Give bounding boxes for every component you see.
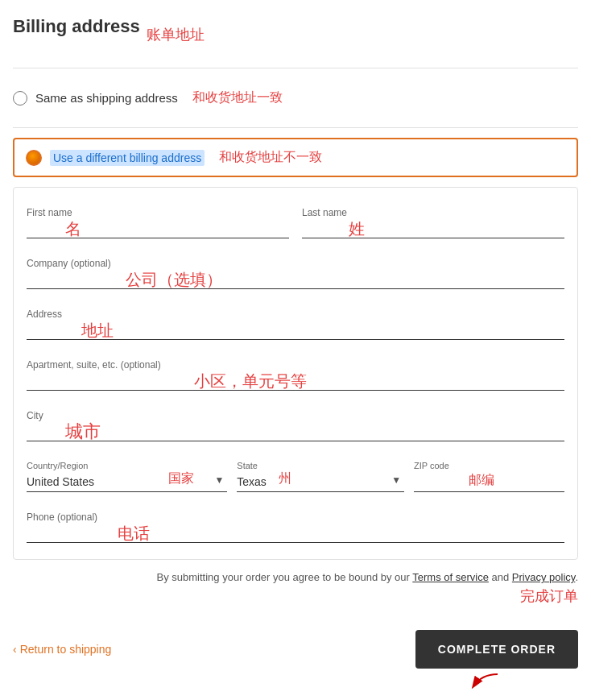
zip-field: ZIP code 邮编 xyxy=(414,458,564,492)
address-row: Address 地址 xyxy=(27,305,564,340)
country-state-zip-row: Country/Region United States Canada Unit… xyxy=(27,458,564,492)
return-chevron-icon: ‹ xyxy=(13,643,17,656)
country-select[interactable]: United States Canada United Kingdom xyxy=(27,458,227,492)
same-shipping-label: Same as shipping address xyxy=(35,91,178,105)
complete-chinese: 完成订单 xyxy=(520,588,578,604)
first-name-chinese: 名 xyxy=(65,218,81,240)
country-field: Country/Region United States Canada Unit… xyxy=(27,458,227,492)
page-title: Billing address xyxy=(13,16,140,37)
last-name-field: Last name 姓 xyxy=(302,204,564,238)
state-field: State Texas California New York Florida … xyxy=(237,458,404,492)
same-shipping-radio[interactable] xyxy=(13,91,27,106)
company-label: Company (optional) xyxy=(27,258,111,269)
city-label: City xyxy=(27,410,43,421)
return-to-shipping-label: Return to shipping xyxy=(20,643,112,656)
terms-link[interactable]: Terms of service xyxy=(412,571,489,583)
country-select-wrapper: United States Canada United Kingdom ▼ xyxy=(27,458,227,492)
same-as-shipping-option[interactable]: Same as shipping address 和收货地址一致 xyxy=(13,78,578,118)
different-billing-chinese: 和收货地址不一致 xyxy=(219,149,322,166)
company-chinese: 公司（选填） xyxy=(126,269,222,291)
radio-selected-dot xyxy=(26,150,42,166)
company-row: Company (optional) 公司（选填） xyxy=(27,255,564,289)
arrow-annotation xyxy=(465,670,514,694)
name-row: First name 名 Last name 姓 xyxy=(27,204,564,238)
phone-chinese: 电话 xyxy=(118,523,150,545)
address-label: Address xyxy=(27,309,62,320)
zip-label: ZIP code xyxy=(414,461,449,470)
apartment-chinese: 小区，单元号等 xyxy=(194,371,307,392)
privacy-link[interactable]: Privacy policy xyxy=(512,571,576,583)
city-row: City 城市 xyxy=(27,407,564,441)
city-chinese: 城市 xyxy=(65,420,101,444)
terms-and: and xyxy=(492,571,512,583)
apartment-label: Apartment, suite, etc. (optional) xyxy=(27,359,161,371)
apartment-field: Apartment, suite, etc. (optional) 小区，单元号… xyxy=(27,356,564,391)
address-field: Address 地址 xyxy=(27,305,564,340)
same-shipping-chinese: 和收货地址一致 xyxy=(192,89,283,106)
terms-period: . xyxy=(575,571,578,583)
page-title-chinese: 账单地址 xyxy=(147,25,205,44)
address-chinese: 地址 xyxy=(81,320,114,342)
divider-middle xyxy=(13,127,578,128)
first-name-field: First name 名 xyxy=(27,204,289,238)
return-to-shipping-link[interactable]: ‹ Return to shipping xyxy=(13,643,111,656)
city-field: City 城市 xyxy=(27,407,564,441)
city-input[interactable] xyxy=(27,407,564,441)
complete-order-button[interactable]: COMPLETE ORDER xyxy=(415,630,578,669)
company-field: Company (optional) 公司（选填） xyxy=(27,255,564,289)
different-billing-option[interactable]: Use a different billing address 和收货地址不一致 xyxy=(13,138,578,177)
phone-field: Phone (optional) 电话 xyxy=(27,508,564,543)
apartment-row: Apartment, suite, etc. (optional) 小区，单元号… xyxy=(27,356,564,391)
phone-row: Phone (optional) 电话 xyxy=(27,508,564,543)
state-chinese: 州 xyxy=(279,470,291,487)
state-select-wrapper: Texas California New York Florida ▼ xyxy=(237,458,404,492)
first-name-label: First name xyxy=(27,207,72,218)
last-name-label: Last name xyxy=(302,207,347,218)
last-name-chinese: 姓 xyxy=(349,218,365,240)
terms-text: By submitting your order you agree to be… xyxy=(13,560,578,617)
country-chinese: 国家 xyxy=(168,470,194,487)
phone-input[interactable] xyxy=(27,508,564,543)
billing-form: First name 名 Last name 姓 Company (option… xyxy=(13,187,578,560)
divider-top xyxy=(13,68,578,68)
phone-label: Phone (optional) xyxy=(27,512,97,523)
footer-row: ‹ Return to shipping COMPLETE ORDER xyxy=(13,630,578,669)
state-select[interactable]: Texas California New York Florida xyxy=(237,458,404,492)
zip-chinese: 邮编 xyxy=(469,472,494,489)
terms-prefix: By submitting your order you agree to be… xyxy=(157,571,410,583)
different-billing-label: Use a different billing address xyxy=(50,150,205,166)
